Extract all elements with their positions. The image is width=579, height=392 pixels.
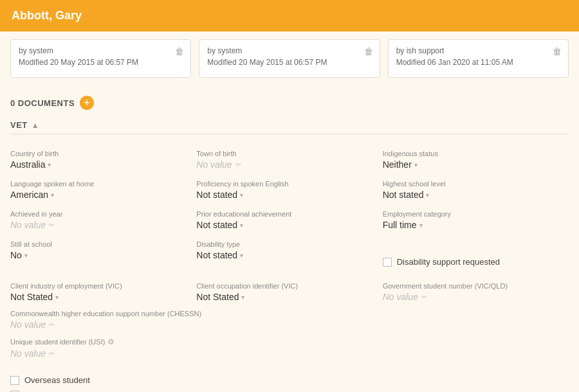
field-still-at-school: Still at school No ▾ (10, 235, 196, 277)
prior-educational-dropdown-arrow: ▾ (240, 222, 243, 229)
field-still-at-school-label: Still at school (10, 240, 188, 248)
field-town-of-birth: Town of birth No value ✏ (196, 145, 382, 175)
card-3-delete-icon[interactable]: 🗑 (553, 46, 562, 57)
documents-count: 0 DOCUMENTS (10, 98, 75, 108)
field-country-of-birth-label: Country of birth (10, 150, 188, 157)
field-still-at-school-value[interactable]: No ▾ (10, 250, 188, 260)
field-employment-category: Employment category Full time ▾ (383, 205, 569, 235)
card-2-modified: Modified 20 May 2015 at 06:57 PM (207, 58, 371, 67)
field-highest-school-value[interactable]: Not stated ▾ (383, 190, 561, 200)
field-govt-student-number-value: No value ✏ (383, 292, 561, 302)
disability-support-checkbox[interactable] (383, 258, 392, 267)
country-dropdown-arrow: ▾ (48, 161, 51, 168)
field-achieved-in-year-value: No value ✏ (10, 220, 188, 230)
field-country-of-birth: Country of birth Australia ▾ (10, 145, 196, 175)
vet-header: VET ▲ (10, 120, 569, 134)
vet-section: VET ▲ Country of birth Australia ▾ Town … (0, 115, 579, 392)
disability-support-checkbox-row[interactable]: Disability support requested (383, 252, 561, 272)
card-1: by system Modified 20 May 2015 at 06:57 … (10, 39, 191, 78)
field-country-of-birth-value[interactable]: Australia ▾ (10, 159, 188, 170)
field-govt-student-number: Government student number (VIC/QLD) No v… (383, 277, 569, 307)
field-usi-value: No value ✏ (10, 348, 561, 359)
field-client-industry-value[interactable]: Not Stated ▾ (10, 292, 188, 302)
field-proficiency-label: Proficiency in spoken English (196, 180, 374, 188)
achieved-edit-icon[interactable]: ✏ (48, 221, 54, 229)
field-disability-type: Disability type Not stated ▾ (196, 235, 382, 277)
field-usi-label-row: Unique student identifier (USI) ⚙ (10, 337, 561, 346)
field-language-spoken: Language spoken at home American ▾ (10, 175, 196, 205)
field-highest-school-label: Highest school level (383, 180, 561, 188)
field-chessn-value: No value ✏ (10, 319, 561, 330)
field-chessn-label: Commonwealth higher education support nu… (10, 310, 561, 317)
field-employment-category-value[interactable]: Full time ▾ (383, 220, 561, 230)
field-client-industry-label: Client industry of employment (VIC) (10, 282, 188, 290)
documents-section: 0 DOCUMENTS + (0, 85, 579, 115)
field-disability-support: Disability support requested (383, 235, 569, 277)
field-prior-educational-value[interactable]: Not stated ▾ (196, 220, 374, 230)
govt-student-edit-icon[interactable]: ✏ (421, 293, 427, 301)
card-3-by: by ish support (396, 46, 560, 55)
usi-gear-icon[interactable]: ⚙ (107, 337, 115, 346)
town-edit-icon[interactable]: ✏ (235, 161, 241, 169)
field-highest-school: Highest school level Not stated ▾ (383, 175, 569, 205)
disability-type-dropdown-arrow: ▾ (240, 252, 243, 259)
card-1-delete-icon[interactable]: 🗑 (175, 46, 184, 57)
field-proficiency: Proficiency in spoken English Not stated… (196, 175, 382, 205)
indigenous-dropdown-arrow: ▾ (414, 161, 418, 168)
proficiency-dropdown-arrow: ▾ (240, 192, 243, 199)
chessn-edit-icon[interactable]: ✏ (48, 321, 54, 329)
still-at-school-dropdown-arrow: ▾ (24, 252, 28, 259)
overseas-student-checkbox-row[interactable]: Overseas student (10, 375, 569, 385)
add-document-button[interactable]: + (80, 96, 94, 110)
vet-collapse-icon[interactable]: ▲ (32, 121, 39, 130)
bottom-checkboxes: Overseas student VET Student Loan eligib… (10, 364, 569, 392)
field-client-industry: Client industry of employment (VIC) Not … (10, 277, 196, 307)
highest-school-dropdown-arrow: ▾ (426, 192, 429, 199)
field-usi: Unique student identifier (USI) ⚙ No val… (10, 335, 569, 364)
card-1-modified: Modified 20 May 2015 at 06:57 PM (19, 58, 183, 67)
field-indigenous-status-value[interactable]: Neither ▾ (383, 159, 561, 170)
field-achieved-in-year: Achieved in year No value ✏ (10, 205, 196, 235)
overseas-student-label: Overseas student (24, 375, 90, 385)
card-2: by system Modified 20 May 2015 at 06:57 … (199, 39, 380, 78)
vet-title: VET (10, 120, 28, 130)
field-proficiency-value[interactable]: Not stated ▾ (196, 190, 374, 200)
field-disability-type-label: Disability type (196, 240, 374, 248)
field-prior-educational: Prior educational achievement Not stated… (196, 205, 382, 235)
card-2-delete-icon[interactable]: 🗑 (364, 46, 373, 57)
page-title: Abbott, Gary (12, 9, 82, 22)
field-language-spoken-label: Language spoken at home (10, 180, 188, 188)
field-employment-category-label: Employment category (383, 210, 561, 218)
page-header: Abbott, Gary (0, 0, 579, 31)
field-disability-type-value[interactable]: Not stated ▾ (196, 250, 374, 260)
employment-dropdown-arrow: ▾ (419, 222, 423, 229)
client-industry-dropdown-arrow: ▾ (55, 294, 59, 301)
field-client-occupation: Client occupation identifier (VIC) Not S… (196, 277, 382, 307)
card-2-by: by system (207, 46, 371, 55)
field-client-occupation-value[interactable]: Not Stated ▾ (196, 292, 374, 302)
field-govt-student-number-label: Government student number (VIC/QLD) (383, 282, 561, 290)
field-town-of-birth-value: No value ✏ (196, 159, 374, 170)
vet-fields-grid: Country of birth Australia ▾ Town of bir… (10, 145, 569, 307)
language-dropdown-arrow: ▾ (51, 192, 54, 199)
field-client-occupation-label: Client occupation identifier (VIC) (196, 282, 374, 290)
field-indigenous-status-label: Indigenous status (383, 150, 561, 157)
card-1-by: by system (19, 46, 183, 55)
usi-edit-icon[interactable]: ✏ (48, 350, 54, 358)
client-occupation-dropdown-arrow: ▾ (241, 294, 244, 301)
field-town-of-birth-label: Town of birth (196, 150, 374, 157)
field-usi-label: Unique student identifier (USI) (10, 338, 105, 346)
disability-support-label: Disability support requested (397, 257, 500, 267)
card-3-modified: Modified 06 Jan 2020 at 11:05 AM (396, 58, 560, 67)
field-prior-educational-label: Prior educational achievement (196, 210, 374, 218)
overseas-student-checkbox[interactable] (10, 376, 19, 385)
field-indigenous-status: Indigenous status Neither ▾ (383, 145, 569, 175)
field-achieved-in-year-label: Achieved in year (10, 210, 188, 218)
cards-area: by system Modified 20 May 2015 at 06:57 … (0, 31, 579, 85)
field-language-spoken-value[interactable]: American ▾ (10, 190, 188, 200)
card-3: by ish support Modified 06 Jan 2020 at 1… (388, 39, 569, 78)
field-chessn: Commonwealth higher education support nu… (10, 307, 569, 335)
